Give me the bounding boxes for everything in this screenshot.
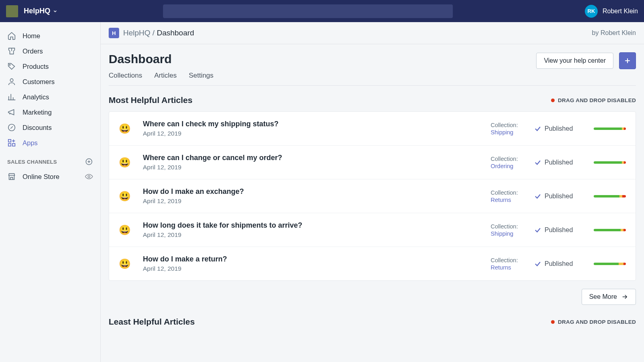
section-head-least-helpful: Least Helpful Articles DRAG AND DROP DIS… xyxy=(109,317,636,327)
article-info: How do I make an exchange? April 12, 201… xyxy=(143,187,491,205)
search-bar[interactable] xyxy=(163,4,453,18)
app-selector-label: HelpHQ xyxy=(24,7,50,15)
user-name[interactable]: Robert Klein xyxy=(603,8,638,15)
article-row[interactable]: 😃 Where can I change or cancel my order?… xyxy=(109,146,636,179)
sidebar-item-orders[interactable]: Orders xyxy=(0,43,100,59)
smile-icon: 😃 xyxy=(119,191,131,202)
sidebar-item-analytics[interactable]: Analytics xyxy=(0,89,100,105)
article-title: How do I make a return? xyxy=(143,255,491,263)
drag-badge-text: DRAG AND DROP DISABLED xyxy=(558,319,636,325)
sidebar-section-label: SALES CHANNELS xyxy=(7,159,57,165)
svg-rect-4 xyxy=(12,144,15,146)
collection-link[interactable]: Returns xyxy=(491,264,527,271)
sidebar-item-online-store[interactable]: Online Store xyxy=(0,169,100,184)
see-more-button[interactable]: See More xyxy=(582,289,636,305)
collection-col: Collection: Returns xyxy=(491,257,527,271)
articles-list: 😃 Where can I check my shipping status? … xyxy=(109,111,636,281)
add-button[interactable] xyxy=(619,52,636,69)
view-help-center-button[interactable]: View your help center xyxy=(536,53,613,69)
drag-badge-text: DRAG AND DROP DISABLED xyxy=(558,97,636,103)
breadcrumb-app[interactable]: HelpHQ xyxy=(123,29,151,37)
svg-point-0 xyxy=(9,64,10,65)
page-content: Dashboard View your help center Collecti… xyxy=(101,44,644,349)
collection-label: Collection: xyxy=(491,122,527,128)
collection-label: Collection: xyxy=(491,156,527,162)
collection-col: Collection: Shipping xyxy=(491,223,527,237)
rating-bar xyxy=(594,128,626,130)
see-more-label: See More xyxy=(589,293,617,300)
article-date: April 12, 2019 xyxy=(143,197,491,205)
app-header: H HelpHQ / Dashboard by Robert Klein xyxy=(101,22,644,44)
store-icon xyxy=(7,172,16,181)
check-icon xyxy=(534,260,541,267)
status-col: Published xyxy=(534,159,586,166)
collection-link[interactable]: Shipping xyxy=(491,230,527,237)
avatar[interactable]: RK xyxy=(585,5,598,18)
collection-col: Collection: Returns xyxy=(491,189,527,203)
byline-name: Robert Klein xyxy=(601,29,636,36)
sidebar-item-customers[interactable]: Customers xyxy=(0,74,100,89)
tab-collections[interactable]: Collections xyxy=(109,72,142,80)
article-title: How long does it take for shipments to a… xyxy=(143,221,491,230)
collection-col: Collection: Ordering xyxy=(491,156,527,169)
smile-icon: 😃 xyxy=(119,224,131,236)
rating-bar xyxy=(594,195,626,197)
megaphone-icon xyxy=(7,108,16,117)
see-more-row: See More xyxy=(109,289,636,305)
sidebar-item-discounts[interactable]: Discounts xyxy=(0,120,100,135)
sidebar-item-label: Orders xyxy=(23,47,43,55)
home-icon xyxy=(7,31,16,40)
app-selector[interactable]: HelpHQ xyxy=(24,7,58,15)
article-date: April 12, 2019 xyxy=(143,164,491,171)
app-badge-text: H xyxy=(112,30,116,36)
sidebar-item-marketing[interactable]: Marketing xyxy=(0,105,100,120)
sidebar-item-apps[interactable]: Apps xyxy=(0,135,100,150)
collection-label: Collection: xyxy=(491,189,527,196)
collection-link[interactable]: Returns xyxy=(491,197,527,203)
rating-bar xyxy=(594,229,626,231)
check-icon xyxy=(534,226,541,234)
sidebar-item-label: Discounts xyxy=(23,124,52,132)
plus-icon xyxy=(623,57,632,65)
svg-rect-5 xyxy=(8,144,11,146)
article-row[interactable]: 😃 How do I make a return? April 12, 2019… xyxy=(109,247,636,280)
article-row[interactable]: 😃 Where can I check my shipping status? … xyxy=(109,112,636,146)
drag-disabled-badge: DRAG AND DROP DISABLED xyxy=(551,97,636,103)
collection-link[interactable]: Shipping xyxy=(491,129,527,136)
svg-point-7 xyxy=(88,176,90,178)
article-date: April 12, 2019 xyxy=(143,130,491,137)
drag-disabled-badge: DRAG AND DROP DISABLED xyxy=(551,319,636,325)
tag-icon xyxy=(7,62,16,71)
breadcrumb: HelpHQ / Dashboard xyxy=(123,29,194,37)
breadcrumb-current: Dashboard xyxy=(157,29,194,37)
eye-icon[interactable] xyxy=(85,173,93,181)
article-row[interactable]: 😃 How long does it take for shipments to… xyxy=(109,213,636,247)
tab-articles[interactable]: Articles xyxy=(154,72,177,80)
tab-settings[interactable]: Settings xyxy=(189,72,213,80)
title-row: Dashboard View your help center xyxy=(109,52,636,69)
article-title: Where can I change or cancel my order? xyxy=(143,154,491,162)
rating-bar xyxy=(594,161,626,164)
article-info: Where can I check my shipping status? Ap… xyxy=(143,120,491,137)
sidebar-item-home[interactable]: Home xyxy=(0,28,100,43)
article-row[interactable]: 😃 How do I make an exchange? April 12, 2… xyxy=(109,179,636,213)
smile-icon: 😃 xyxy=(119,157,131,168)
topbar: HelpHQ RK Robert Klein xyxy=(0,0,644,22)
sidebar-item-label: Marketing xyxy=(23,109,52,116)
red-dot-icon xyxy=(551,320,555,324)
plus-circle-icon[interactable] xyxy=(85,158,93,166)
collection-col: Collection: Shipping xyxy=(491,122,527,136)
collection-label: Collection: xyxy=(491,257,527,263)
section-title: Least Helpful Articles xyxy=(109,317,195,327)
sidebar-item-products[interactable]: Products xyxy=(0,59,100,74)
chevron-down-icon xyxy=(53,9,58,14)
smile-icon: 😃 xyxy=(119,123,131,134)
discount-icon xyxy=(7,123,16,132)
article-date: April 12, 2019 xyxy=(143,231,491,239)
article-info: How long does it take for shipments to a… xyxy=(143,221,491,239)
topbar-right: RK Robert Klein xyxy=(585,5,638,18)
section-title: Most Helpful Articles xyxy=(109,95,192,105)
status-col: Published xyxy=(534,226,586,234)
collection-link[interactable]: Ordering xyxy=(491,163,527,169)
status-label: Published xyxy=(545,193,573,200)
